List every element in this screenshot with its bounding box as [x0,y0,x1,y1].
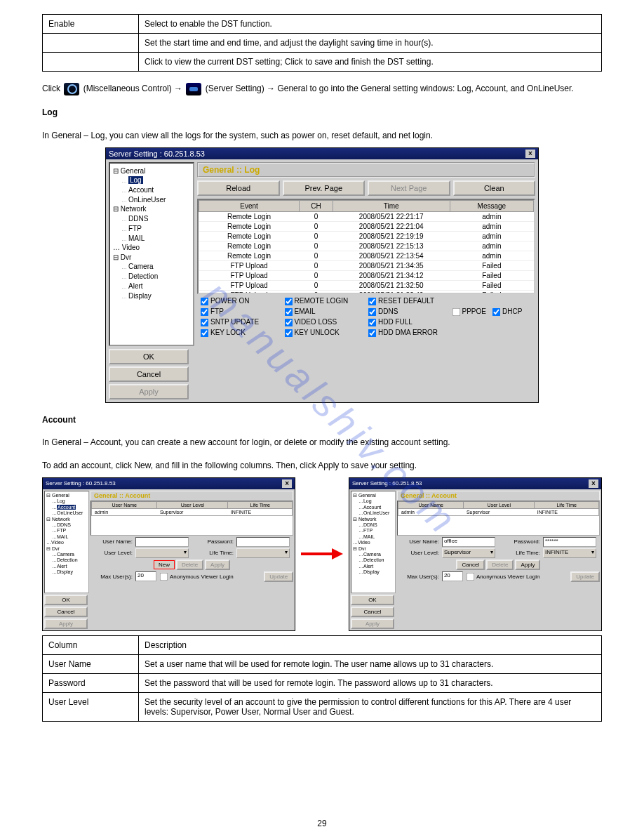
cell: Set the start time and end time, and adj… [139,34,602,53]
table-row: User LevelSet the security level of an a… [43,692,602,721]
cancel-button[interactable]: Cancel [44,607,88,617]
new-button[interactable]: New [154,560,175,569]
th-event: Event [199,200,300,211]
ok-button[interactable]: OK [44,595,88,605]
table-row: FTP Upload02008/05/21 21:34:12Failed [199,270,534,280]
tree-network[interactable]: Network [121,205,147,213]
pane-title: General :: Account [90,491,293,501]
table-row: Remote Login02008/05/21 22:15:13admin [199,241,534,251]
apply-button-sm[interactable]: Apply [205,560,230,570]
chk-reset-default[interactable]: RESET DEFAULT [368,297,532,306]
life-time-dropdown[interactable]: INFINITE [543,548,596,558]
log-filters: POWER ON REMOTE LOGIN RESET DEFAULT FTP … [197,294,535,340]
bottom-table: ColumnDescription User NameSet a user na… [42,635,602,722]
apply-button[interactable]: Apply [109,384,189,399]
user-level-dropdown[interactable]: Supervisor [442,548,495,558]
tree-ddns[interactable]: DDNS [128,215,148,223]
chk-video-loss[interactable]: VIDEO LOSS [284,318,365,327]
table-row: FTP Upload02008/05/21 21:32:50Failed [199,280,534,290]
tree-ftp[interactable]: FTP [128,225,142,232]
chk-email[interactable]: EMAIL [284,307,365,317]
max-users-field[interactable]: 20 [442,571,463,581]
nav-tree-small[interactable]: ⊟ General …Log …Account …OnLineUser ⊟ Ne… [44,491,89,593]
chk-ddns[interactable]: DDNS [368,307,449,317]
server-setting-icon [186,83,201,95]
apply-button[interactable]: Apply [44,618,88,629]
account-desc-1: In General – Account, you can create a n… [42,437,602,449]
page-number: 29 [0,819,644,828]
table-row: FTP Upload02008/05/21 21:34:35Failed [199,260,534,270]
ok-button[interactable]: OK [109,349,189,364]
apply-button-sm[interactable]: Apply [515,560,540,570]
tree-onlineuser[interactable]: OnLineUser [128,196,166,204]
close-icon[interactable]: × [282,479,292,488]
tree-alert[interactable]: Alert [128,282,143,290]
tree-general[interactable]: General [121,167,146,175]
account-heading: Account [42,414,602,426]
cell: Select to enable the DST function. [139,15,602,34]
tree-mail[interactable]: MAIL [128,234,145,242]
cell [43,34,139,53]
close-icon[interactable]: × [525,150,535,158]
nav-tree-small[interactable]: ⊟ General …Log …Account …OnLineUser ⊟ Ne… [351,491,396,593]
cell-enable: Enable [43,15,139,34]
chk-hdd-dma[interactable]: HDD DMA ERROR [368,329,532,338]
general-paragraph: Click (Miscellaneous Control) → (Server … [42,83,602,95]
table-row: Remote Login02008/05/21 22:21:04admin [199,221,534,231]
pane-title: General :: Account [397,491,600,501]
account-screenshots: Server Setting : 60.251.8.53× ⊟ General … [42,477,602,631]
window-title: Server Setting : 60.251.8.53 [109,150,205,158]
anon-viewer-check[interactable]: Anonymous Viewer Login [159,572,234,581]
user-level-dropdown[interactable] [135,548,189,558]
tree-camera[interactable]: Camera [128,263,154,270]
cancel-button[interactable]: Cancel [109,366,189,382]
top-table: EnableSelect to enable the DST function.… [42,14,602,72]
anon-viewer-check[interactable]: Anonymous Viewer Login [466,572,540,581]
delete-button[interactable]: Delete [486,560,514,570]
cancel-button[interactable]: Cancel [351,607,394,617]
misc-control-icon [64,83,79,95]
user-name-field[interactable] [135,537,189,547]
th-time: Time [333,200,450,211]
table-row: Remote Login02008/05/21 22:13:54admin [199,251,534,260]
user-name-field[interactable]: office [442,537,495,547]
chk-ftp[interactable]: FTP [200,307,281,317]
chk-remote-login[interactable]: REMOTE LOGIN [284,297,365,306]
titlebar: Server Setting : 60.251.8.53 × [106,148,538,159]
tree-dvr[interactable]: Dvr [121,253,132,261]
table-row: EnableSelect to enable the DST function. [43,15,602,34]
chk-hdd-full[interactable]: HDD FULL [368,318,532,327]
tree-log[interactable]: Log [128,176,143,184]
max-users-field[interactable]: 20 [135,571,156,581]
apply-button[interactable]: Apply [351,618,394,629]
tree-account[interactable]: Account [128,186,154,194]
next-page-button[interactable]: Next Page [368,180,450,196]
chk-power-on[interactable]: POWER ON [200,297,281,306]
prev-page-button[interactable]: Prev. Page [283,180,365,196]
chk-pppoe[interactable]: PPPOE [452,307,486,317]
clean-button[interactable]: Clean [453,180,536,196]
log-table: Event CH Time Message Remote Login02008/… [197,199,535,294]
ok-button[interactable]: OK [351,595,394,605]
chk-key-lock[interactable]: KEY LOCK [200,329,281,338]
account-window-before: Server Setting : 60.251.8.53× ⊟ General … [42,477,295,631]
tree-detection[interactable]: Detection [128,272,158,280]
cell: Click to view the current DST setting; C… [139,53,602,72]
reload-button[interactable]: Reload [197,180,280,196]
pane-title: General :: Log [197,162,535,178]
chk-sntp[interactable]: SNTP UPDATE [200,318,281,327]
chk-key-unlock[interactable]: KEY UNLOCK [284,329,365,338]
tree-video[interactable]: Video [122,244,140,251]
delete-button[interactable]: Delete [176,560,203,570]
close-icon[interactable]: × [589,479,598,488]
cancel-button-sm[interactable]: Cancel [456,560,485,570]
tree-display[interactable]: Display [128,292,152,300]
password-field[interactable]: ****** [543,537,596,547]
update-button[interactable]: Update [264,571,293,582]
arrow-icon [301,548,343,560]
password-field[interactable] [236,537,290,547]
life-time-dropdown[interactable] [236,548,290,558]
chk-dhcp[interactable]: DHCP [492,307,522,317]
nav-tree[interactable]: ⊟ General Log Account OnLineUser ⊟ Netwo… [109,162,194,346]
update-button[interactable]: Update [570,571,600,582]
